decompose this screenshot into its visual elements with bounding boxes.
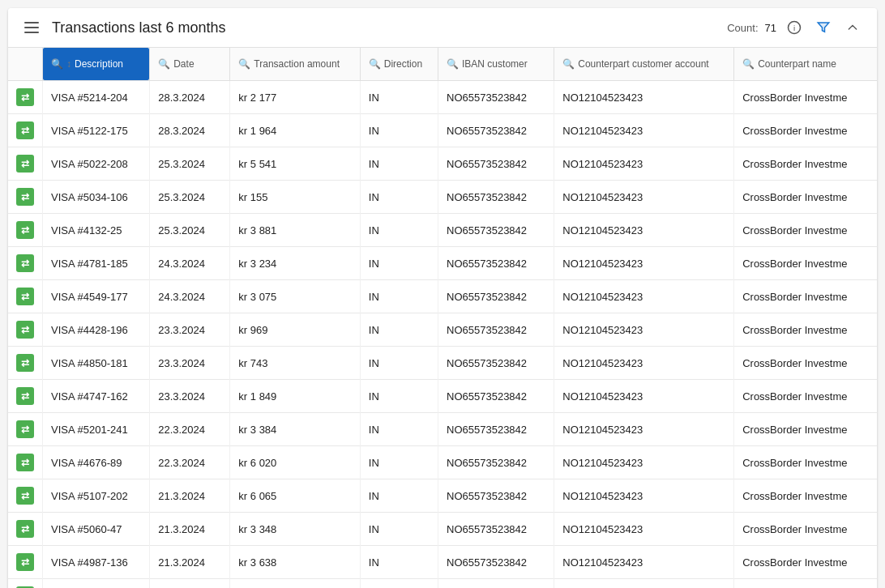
table-row[interactable]: ⇄VISA #4378-17321.3.2024kr 5 357INNO6557…: [8, 579, 877, 589]
header-left: Transactions last 6 months: [21, 19, 225, 36]
cell-date: 21.3.2024: [150, 579, 230, 589]
row-status-icon: ⇄: [16, 354, 34, 372]
col-header-counterpart-name[interactable]: 🔍 Counterpart name: [734, 48, 877, 81]
info-icon[interactable]: i: [783, 16, 806, 39]
row-icon-cell[interactable]: ⇄: [8, 81, 43, 114]
table-row[interactable]: ⇄VISA #4549-17724.3.2024kr 3 075INNO6557…: [8, 280, 877, 313]
table-row[interactable]: ⇄VISA #5201-24122.3.2024kr 3 384INNO6557…: [8, 413, 877, 446]
cell-iban: NO65573523842: [438, 380, 554, 413]
svg-text:i: i: [793, 23, 795, 32]
cell-iban: NO65573523842: [438, 479, 554, 513]
cell-description: VISA #4781-185: [43, 247, 150, 280]
row-status-icon: ⇄: [16, 321, 34, 339]
row-icon-cell[interactable]: ⇄: [8, 247, 43, 280]
filter-icon[interactable]: [812, 16, 835, 39]
cell-iban: NO65573523842: [438, 81, 554, 114]
cell-counterpart_name: CrossBorder Investme: [734, 446, 877, 479]
col-header-counterpart-account[interactable]: 🔍 Counterpart customer account: [554, 48, 734, 81]
cell-counterpart_name: CrossBorder Investme: [734, 147, 877, 181]
cell-counterpart_name: CrossBorder Investme: [734, 81, 877, 114]
table-row[interactable]: ⇄VISA #4676-8922.3.2024kr 6 020INNO65573…: [8, 446, 877, 479]
cell-date: 24.3.2024: [150, 247, 230, 280]
row-icon-cell[interactable]: ⇄: [8, 147, 43, 181]
cell-direction: IN: [360, 413, 438, 446]
cell-date: 23.3.2024: [150, 380, 230, 413]
col-label-amount: Transaction amount: [254, 58, 340, 70]
table-row[interactable]: ⇄VISA #4132-2525.3.2024kr 3 881INNO65573…: [8, 214, 877, 247]
cell-amount: kr 743: [230, 347, 360, 380]
cell-counterpart_account: NO12104523423: [554, 81, 734, 114]
row-icon-cell[interactable]: ⇄: [8, 413, 43, 446]
row-icon-cell[interactable]: ⇄: [8, 214, 43, 247]
cell-description: VISA #5122-175: [43, 114, 150, 147]
cell-amount: kr 1 849: [230, 380, 360, 413]
header-right: Count: 71 i: [727, 16, 864, 39]
row-icon-cell[interactable]: ⇄: [8, 114, 43, 147]
cell-iban: NO65573523842: [438, 313, 554, 347]
cell-amount: kr 5 357: [230, 579, 360, 589]
row-icon-cell[interactable]: ⇄: [8, 280, 43, 313]
cell-iban: NO65573523842: [438, 513, 554, 546]
cell-iban: NO65573523842: [438, 181, 554, 214]
table-row[interactable]: ⇄VISA #5034-10625.3.2024kr 155INNO655735…: [8, 181, 877, 214]
cell-iban: NO65573523842: [438, 446, 554, 479]
row-icon-cell[interactable]: ⇄: [8, 579, 43, 589]
cell-counterpart_name: CrossBorder Investme: [734, 181, 877, 214]
row-icon-cell[interactable]: ⇄: [8, 347, 43, 380]
search-direction-icon: 🔍: [369, 58, 381, 70]
cell-date: 24.3.2024: [150, 280, 230, 313]
cell-description: VISA #4987-136: [43, 546, 150, 579]
cell-date: 21.3.2024: [150, 546, 230, 579]
cell-counterpart_account: NO12104523423: [554, 280, 734, 313]
menu-icon[interactable]: [21, 19, 42, 36]
table-row[interactable]: ⇄VISA #5122-17528.3.2024kr 1 964INNO6557…: [8, 114, 877, 147]
cell-counterpart_name: CrossBorder Investme: [734, 579, 877, 589]
cell-direction: IN: [360, 313, 438, 347]
table-row[interactable]: ⇄VISA #4428-19623.3.2024kr 969INNO655735…: [8, 313, 877, 347]
sort-description-icon: ↕: [66, 58, 71, 70]
cell-counterpart_account: NO12104523423: [554, 446, 734, 479]
row-icon-cell[interactable]: ⇄: [8, 181, 43, 214]
table-row[interactable]: ⇄VISA #4850-18123.3.2024kr 743INNO655735…: [8, 347, 877, 380]
row-status-icon: ⇄: [16, 221, 34, 239]
cell-description: VISA #5022-208: [43, 147, 150, 181]
cell-description: VISA #4378-173: [43, 579, 150, 589]
row-icon-cell[interactable]: ⇄: [8, 513, 43, 546]
cell-counterpart_name: CrossBorder Investme: [734, 413, 877, 446]
page-title: Transactions last 6 months: [52, 19, 225, 36]
cell-iban: NO65573523842: [438, 114, 554, 147]
cell-amount: kr 5 541: [230, 147, 360, 181]
row-icon-cell[interactable]: ⇄: [8, 446, 43, 479]
cell-date: 25.3.2024: [150, 147, 230, 181]
table-row[interactable]: ⇄VISA #4781-18524.3.2024kr 3 234INNO6557…: [8, 247, 877, 280]
cell-counterpart_name: CrossBorder Investme: [734, 214, 877, 247]
row-status-icon: ⇄: [16, 188, 34, 206]
col-header-description[interactable]: 🔍 ↕ Description: [43, 48, 150, 81]
cell-direction: IN: [360, 380, 438, 413]
table-row[interactable]: ⇄VISA #5107-20221.3.2024kr 6 065INNO6557…: [8, 479, 877, 513]
collapse-icon[interactable]: [841, 16, 864, 39]
cell-amount: kr 1 964: [230, 114, 360, 147]
col-header-direction[interactable]: 🔍 Direction: [360, 48, 438, 81]
col-header-iban[interactable]: 🔍 IBAN customer: [438, 48, 554, 81]
table-row[interactable]: ⇄VISA #4747-16223.3.2024kr 1 849INNO6557…: [8, 380, 877, 413]
row-icon-cell[interactable]: ⇄: [8, 380, 43, 413]
table-row[interactable]: ⇄VISA #5022-20825.3.2024kr 5 541INNO6557…: [8, 147, 877, 181]
col-header-date[interactable]: 🔍 Date: [150, 48, 230, 81]
row-icon-cell[interactable]: ⇄: [8, 313, 43, 347]
col-label-counterpart-account: Counterpart customer account: [578, 58, 708, 70]
cell-direction: IN: [360, 546, 438, 579]
row-icon-cell[interactable]: ⇄: [8, 479, 43, 513]
cell-direction: IN: [360, 147, 438, 181]
cell-date: 28.3.2024: [150, 81, 230, 114]
cell-counterpart_account: NO12104523423: [554, 247, 734, 280]
table-row[interactable]: ⇄VISA #5060-4721.3.2024kr 3 348INNO65573…: [8, 513, 877, 546]
table-row[interactable]: ⇄VISA #4987-13621.3.2024kr 3 638INNO6557…: [8, 546, 877, 579]
row-icon-cell[interactable]: ⇄: [8, 546, 43, 579]
cell-description: VISA #5107-202: [43, 479, 150, 513]
cell-date: 23.3.2024: [150, 313, 230, 347]
table-row[interactable]: ⇄VISA #5214-20428.3.2024kr 2 177INNO6557…: [8, 81, 877, 114]
cell-counterpart_name: CrossBorder Investme: [734, 280, 877, 313]
col-header-amount[interactable]: 🔍 Transaction amount: [230, 48, 360, 81]
cell-counterpart_account: NO12104523423: [554, 181, 734, 214]
